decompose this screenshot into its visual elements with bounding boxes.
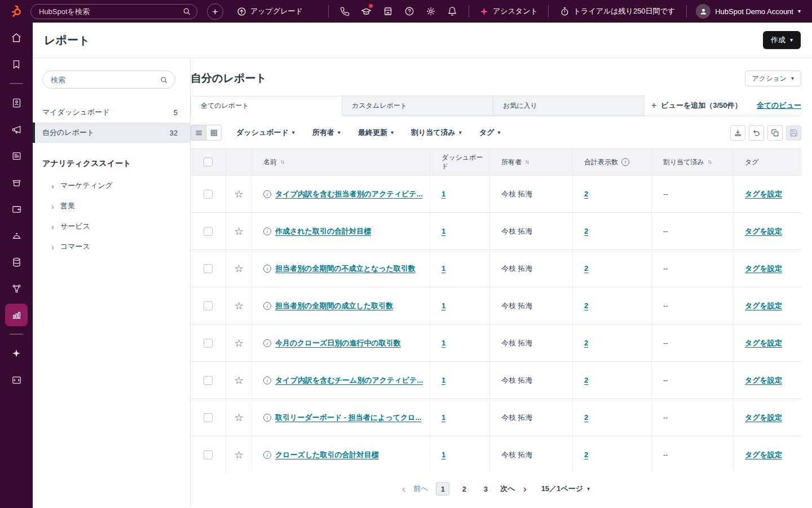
select-all-checkbox[interactable]: [204, 157, 213, 167]
nav-service[interactable]: [5, 224, 28, 247]
favorite-star-icon[interactable]: ☆: [234, 262, 243, 275]
favorite-star-icon[interactable]: ☆: [234, 374, 243, 387]
column-header-dashboard[interactable]: ダッシュボード: [430, 149, 489, 175]
chevron-right-icon[interactable]: ›: [523, 484, 527, 494]
report-name-link[interactable]: 取引リーダーボード - 担当者によってクロ...: [275, 413, 421, 423]
favorite-star-icon[interactable]: ☆: [234, 188, 243, 200]
column-header-views[interactable]: 合計表示数 i: [572, 149, 651, 175]
report-name-link[interactable]: クローズした取引の合計対目標: [275, 450, 379, 460]
actions-button[interactable]: アクション ▾: [745, 71, 801, 86]
column-header-name[interactable]: 名前 ↑↓: [251, 149, 430, 175]
filter-tags[interactable]: タグ ▾: [479, 128, 501, 138]
favorite-star-icon[interactable]: ☆: [234, 411, 243, 424]
dashboard-count-link[interactable]: 1: [442, 264, 445, 273]
report-name-link[interactable]: 作成された取引の合計対目標: [275, 226, 371, 237]
nav-bookmarks[interactable]: [5, 53, 28, 76]
nav-content[interactable]: [5, 144, 28, 167]
account-menu[interactable]: HubSpot Demo Account ▾: [692, 4, 804, 19]
nav-data[interactable]: [5, 251, 28, 273]
dashboard-count-link[interactable]: 1: [442, 450, 445, 459]
export-button[interactable]: [730, 125, 745, 141]
set-tags-link[interactable]: タグを設定: [745, 301, 782, 311]
sidebar-item-my-dashboards[interactable]: マイダッシュボード 5: [33, 102, 190, 122]
nav-home[interactable]: [5, 27, 28, 49]
column-header-assigned[interactable]: 割り当て済み ↑↓: [651, 149, 733, 175]
row-checkbox[interactable]: [204, 301, 213, 310]
views-count-link[interactable]: 2: [584, 301, 588, 310]
sidebar-search[interactable]: [42, 71, 175, 89]
dashboard-count-link[interactable]: 1: [442, 227, 445, 235]
create-button[interactable]: 作成 ▾: [763, 31, 801, 49]
set-tags-link[interactable]: タグを設定: [745, 189, 782, 199]
filter-owner[interactable]: 所有者 ▾: [312, 128, 341, 138]
academy-button[interactable]: [356, 0, 377, 23]
row-checkbox[interactable]: [204, 190, 213, 199]
dashboard-count-link[interactable]: 1: [442, 413, 445, 422]
prev-page-button[interactable]: 前へ: [413, 484, 428, 494]
dashboard-count-link[interactable]: 1: [442, 339, 445, 347]
calling-button[interactable]: [334, 0, 356, 23]
notifications-button[interactable]: [442, 0, 463, 23]
save-button[interactable]: [786, 125, 801, 141]
add-view-button[interactable]: + ビューを追加（3/50件）: [651, 100, 742, 111]
views-count-link[interactable]: 2: [584, 264, 588, 273]
nav-commerce[interactable]: [5, 198, 28, 220]
report-name-link[interactable]: 担当者別の全期間の不成立となった取引数: [275, 264, 416, 274]
marketplace-button[interactable]: [377, 0, 399, 23]
dashboard-count-link[interactable]: 1: [442, 376, 445, 384]
dashboard-count-link[interactable]: 1: [442, 190, 445, 198]
global-search-input[interactable]: [39, 7, 182, 16]
quick-create-button[interactable]: +: [207, 3, 223, 20]
row-checkbox[interactable]: [204, 413, 213, 422]
tree-item-sales[interactable]: › 営業: [33, 196, 190, 216]
views-count-link[interactable]: 2: [584, 190, 588, 198]
column-header-tags[interactable]: タグ: [733, 149, 801, 175]
upgrade-button[interactable]: アップグレード: [237, 6, 303, 16]
views-count-link[interactable]: 2: [584, 413, 588, 422]
set-tags-link[interactable]: タグを設定: [745, 338, 782, 348]
tree-item-commerce[interactable]: › コマース: [33, 237, 190, 257]
trial-status[interactable]: トライアルは残り250日間です: [554, 6, 681, 16]
filter-last-updated[interactable]: 最終更新 ▾: [358, 128, 394, 138]
favorite-star-icon[interactable]: ☆: [234, 225, 243, 238]
global-search[interactable]: [30, 4, 197, 19]
chevron-left-icon[interactable]: ‹: [402, 484, 405, 494]
set-tags-link[interactable]: タグを設定: [745, 264, 782, 274]
page-3-button[interactable]: 3: [479, 482, 492, 496]
set-tags-link[interactable]: タグを設定: [745, 226, 782, 237]
restore-button[interactable]: [749, 125, 764, 141]
filter-assigned[interactable]: 割り当て済み ▾: [411, 128, 462, 138]
copy-button[interactable]: [767, 125, 783, 141]
list-view-button[interactable]: [191, 125, 206, 141]
set-tags-link[interactable]: タグを設定: [745, 450, 782, 460]
tab-all-reports[interactable]: 全てのレポート: [191, 96, 342, 116]
report-name-link[interactable]: 今月のクローズ日別の進行中の取引数: [275, 338, 401, 348]
set-tags-link[interactable]: タグを設定: [745, 413, 782, 423]
views-count-link[interactable]: 2: [584, 450, 588, 459]
nav-crm[interactable]: [5, 91, 28, 114]
page-2-button[interactable]: 2: [457, 482, 471, 496]
all-views-link[interactable]: 全てのビュー: [757, 100, 801, 111]
row-checkbox[interactable]: [204, 227, 213, 236]
views-count-link[interactable]: 2: [584, 339, 588, 347]
row-checkbox[interactable]: [204, 264, 213, 273]
settings-button[interactable]: [420, 0, 442, 23]
favorite-star-icon[interactable]: ☆: [234, 300, 243, 312]
assistant-button[interactable]: アシスタント: [475, 6, 542, 16]
tree-item-service[interactable]: › サービス: [33, 216, 190, 237]
row-checkbox[interactable]: [204, 450, 213, 459]
favorite-star-icon[interactable]: ☆: [234, 449, 243, 461]
next-page-button[interactable]: 次へ: [500, 484, 515, 494]
sidebar-search-input[interactable]: [51, 76, 160, 84]
help-button[interactable]: [399, 0, 420, 23]
grid-view-button[interactable]: [206, 125, 222, 141]
hubspot-logo[interactable]: [9, 5, 23, 18]
nav-marketing[interactable]: [5, 118, 28, 141]
report-name-link[interactable]: タイプ内訳を含むチーム別のアクティビテ...: [275, 375, 423, 386]
set-tags-link[interactable]: タグを設定: [745, 375, 782, 386]
tree-item-marketing[interactable]: › マーケティング: [33, 176, 190, 196]
column-header-owner[interactable]: 所有者 ↑↓: [489, 149, 572, 175]
nav-reporting[interactable]: [5, 304, 28, 326]
page-size-select[interactable]: 15／1ページ ▾: [541, 484, 590, 494]
report-name-link[interactable]: 担当者別の全期間の成立した取引数: [275, 301, 393, 311]
